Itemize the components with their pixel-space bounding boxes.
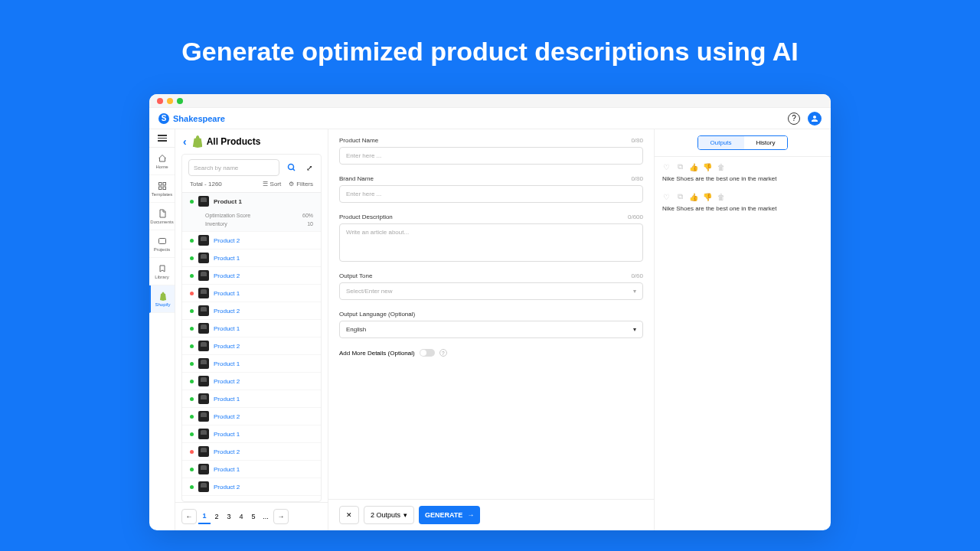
product-name: Product 1 (214, 360, 240, 367)
sidebar-item-documents[interactable]: Documents (149, 203, 175, 230)
sidebar-item-templates[interactable]: Templates (149, 175, 175, 203)
list-item[interactable]: Product 1 (182, 320, 321, 337)
product-name: Product 2 (214, 237, 240, 244)
status-dot-icon (190, 200, 194, 204)
page-number[interactable]: 4 (235, 509, 247, 524)
search-input[interactable]: Search by name (188, 159, 279, 176)
list-item[interactable]: Product 1 Optimization Score60% Inventor… (182, 193, 321, 232)
char-counter: 0/60 (631, 272, 643, 279)
status-dot-icon (190, 485, 194, 489)
next-page-button[interactable]: → (273, 509, 289, 524)
sidebar-item-shopify[interactable]: Shopify (149, 285, 175, 313)
brand-logo-icon: S (158, 113, 169, 124)
thumbs-down-icon[interactable]: 👎 (704, 163, 711, 171)
thumbs-down-icon[interactable]: 👎 (704, 193, 711, 201)
sidebar: Home Templates Documents Projects Librar… (149, 129, 175, 530)
product-thumbnail (198, 446, 209, 457)
filters-button[interactable]: ⚙ Filters (289, 181, 313, 187)
close-window-button[interactable] (157, 98, 163, 104)
status-dot-icon (190, 292, 194, 295)
back-button[interactable]: ‹ (183, 135, 187, 148)
templates-icon (158, 181, 167, 191)
tab-outputs[interactable]: Outputs (698, 136, 744, 149)
heart-icon[interactable]: ♡ (662, 193, 670, 201)
delete-icon[interactable]: 🗑 (717, 193, 725, 201)
product-list: Product 1 Optimization Score60% Inventor… (182, 193, 321, 501)
list-item[interactable]: Product 2 (182, 267, 321, 285)
brand-name: Shakespeare (173, 114, 225, 123)
page-number[interactable]: 5 (247, 509, 260, 524)
copy-icon[interactable]: ⧉ (676, 193, 684, 201)
total-count: Total - 1260 (190, 181, 222, 187)
page-number[interactable]: 2 (211, 509, 223, 524)
list-item[interactable]: Product 2 (182, 302, 321, 320)
product-name-input[interactable]: Enter here ... (339, 147, 643, 165)
list-item[interactable]: Product 2 (182, 478, 321, 496)
help-icon[interactable]: ? (439, 349, 447, 357)
projects-icon (158, 236, 167, 246)
product-name: Product 2 (214, 448, 240, 455)
menu-toggle-icon[interactable] (149, 129, 175, 148)
status-dot-icon (190, 397, 194, 401)
page-number[interactable]: 1 (198, 509, 211, 524)
user-avatar[interactable] (808, 112, 822, 126)
product-name: Product 1 (214, 431, 240, 438)
more-details-toggle[interactable] (420, 349, 435, 357)
svg-rect-1 (163, 182, 166, 185)
copy-icon[interactable]: ⧉ (676, 163, 684, 171)
sidebar-item-library[interactable]: Library (149, 258, 175, 285)
list-item[interactable]: Product 2 (182, 443, 321, 461)
list-item[interactable]: Product 1 (182, 425, 321, 443)
svg-rect-4 (158, 238, 165, 243)
delete-icon[interactable]: 🗑 (717, 163, 725, 171)
language-select[interactable]: English▾ (339, 321, 643, 338)
optimization-label: Optimization Score (205, 213, 250, 218)
thumbs-up-icon[interactable]: 👍 (690, 163, 697, 171)
product-thumbnail (198, 323, 209, 334)
sidebar-item-projects[interactable]: Projects (149, 230, 175, 258)
list-item[interactable]: Product 2 (182, 373, 321, 390)
product-thumbnail (198, 288, 209, 298)
list-item[interactable]: Product 2 (182, 408, 321, 425)
sidebar-item-label: Library (155, 275, 168, 279)
prev-page-button[interactable]: ← (181, 509, 197, 524)
expand-icon[interactable]: ⤢ (304, 162, 315, 173)
sidebar-item-home[interactable]: Home (149, 148, 175, 175)
list-item[interactable]: Product 1 (182, 285, 321, 302)
page-number[interactable]: 3 (223, 509, 235, 524)
description-input[interactable]: Write an article about... (339, 223, 643, 262)
sidebar-item-label: Documents (150, 220, 173, 224)
thumbs-up-icon[interactable]: 👍 (690, 193, 697, 201)
help-icon[interactable]: ? (788, 112, 800, 125)
output-card: ♡⧉👍👎🗑Nike Shoes are the best one in the … (662, 193, 823, 212)
list-item[interactable]: Product 1 (182, 390, 321, 408)
list-item[interactable]: Product 2 (182, 232, 321, 249)
list-item[interactable]: Product 1 (182, 249, 321, 267)
minimize-window-button[interactable] (167, 98, 173, 104)
clear-button[interactable]: ✕ (339, 506, 359, 524)
outputs-panel: Outputs History ♡⧉👍👎🗑Nike Shoes are the … (655, 129, 831, 530)
sort-button[interactable]: ☰ Sort (263, 181, 282, 187)
maximize-window-button[interactable] (177, 98, 183, 104)
output-text: Nike Shoes are the best one in the marke… (662, 205, 823, 212)
outputs-count-select[interactable]: 2 Outputs▾ (364, 506, 414, 524)
tone-select[interactable]: Select/Enter new▾ (339, 282, 643, 300)
more-details-label: Add More Details (Optional) (339, 350, 415, 357)
home-icon (158, 154, 167, 163)
list-item[interactable]: Product 1 (182, 461, 321, 478)
list-item[interactable]: Product 2 (182, 337, 321, 355)
brand[interactable]: S Shakespeare (158, 113, 225, 124)
tab-history[interactable]: History (744, 136, 788, 149)
brand-name-label: Brand Name (339, 175, 374, 182)
search-icon[interactable] (284, 160, 299, 175)
product-name: Product 2 (214, 378, 240, 385)
list-item[interactable]: Product 1 (182, 355, 321, 373)
product-thumbnail (198, 411, 209, 422)
status-dot-icon (190, 239, 194, 243)
brand-name-input[interactable]: Enter here ... (339, 185, 643, 203)
form-panel: Product Name0/80 Enter here ... Brand Na… (328, 129, 655, 530)
status-dot-icon (190, 309, 194, 313)
generate-button[interactable]: GENERATE→ (419, 506, 480, 524)
page-number[interactable]: ... (260, 509, 272, 524)
heart-icon[interactable]: ♡ (662, 163, 670, 171)
